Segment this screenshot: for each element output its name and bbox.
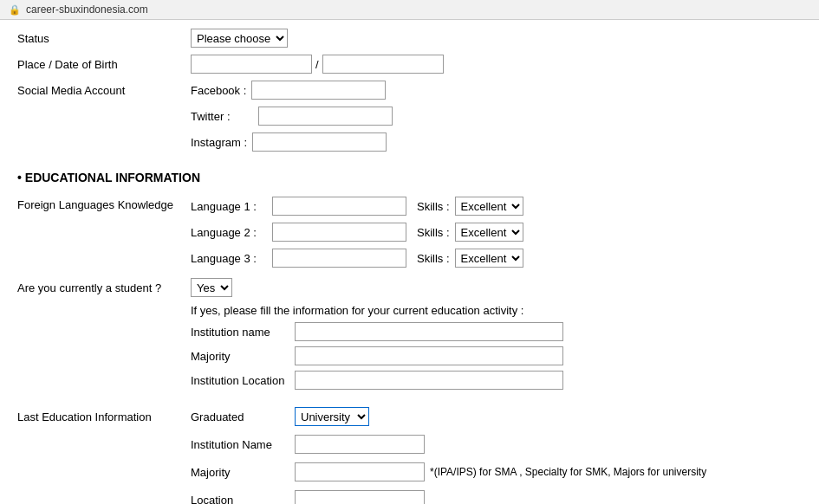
skills2-select[interactable]: Excellent Good Fair Poor xyxy=(455,223,523,242)
facebook-row: Facebook : xyxy=(191,81,393,100)
student-select[interactable]: Yes No xyxy=(191,278,232,297)
skills1-select[interactable]: Excellent Good Fair Poor xyxy=(455,197,523,216)
birth-row: Place / Date of Birth / xyxy=(17,55,802,74)
facebook-input[interactable] xyxy=(251,81,386,100)
language3-row: Language 3 : Skills : Excellent Good Fai… xyxy=(191,249,523,268)
lock-icon: 🔒 xyxy=(9,4,21,16)
birth-label: Place / Date of Birth xyxy=(17,55,191,71)
place-input[interactable] xyxy=(191,55,312,74)
location-label: Institution Location xyxy=(191,374,295,387)
social-media-label: Social Media Account xyxy=(17,81,191,97)
institution-name-row: Institution name xyxy=(191,322,563,341)
language2-label: Language 2 : xyxy=(191,226,267,239)
last-location-input[interactable] xyxy=(295,490,425,504)
languages-label: Foreign Languages Knowledge xyxy=(17,197,191,211)
skills3-label: Skills : xyxy=(417,252,450,265)
graduated-row: Graduated University Diploma SMA/SMK SMP… xyxy=(191,407,706,426)
last-edu-fields: Graduated University Diploma SMA/SMK SMP… xyxy=(191,407,706,504)
last-edu-label: Last Education Information xyxy=(17,407,191,423)
language2-row: Language 2 : Skills : Excellent Good Fai… xyxy=(191,223,523,242)
skills3-select[interactable]: Excellent Good Fair Poor xyxy=(455,249,523,268)
languages-fields: Language 1 : Skills : Excellent Good Fai… xyxy=(191,197,523,271)
date-input[interactable] xyxy=(322,55,444,74)
student-label: Are you currently a student ? xyxy=(17,278,191,294)
institution-name-label: Institution name xyxy=(191,326,295,339)
majority-row: Majority xyxy=(191,346,563,365)
skills2-label: Skills : xyxy=(417,226,450,239)
twitter-label: Twitter : xyxy=(191,110,253,123)
instagram-input[interactable] xyxy=(252,132,387,152)
social-media-row: Social Media Account Facebook : Twitter … xyxy=(17,81,802,155)
institution-name-input[interactable] xyxy=(295,322,563,341)
last-majority-input[interactable] xyxy=(295,462,425,481)
last-majority-row: Majority *(IPA/IPS) for SMA , Specialty … xyxy=(191,462,706,481)
url-text: career-sbuxindonesia.com xyxy=(26,3,148,16)
language2-input[interactable] xyxy=(272,223,406,242)
social-media-fields: Facebook : Twitter : Instagram : xyxy=(191,81,393,155)
majority-note: *(IPA/IPS) for SMA , Specialty for SMK, … xyxy=(430,466,706,478)
if-yes-spacer xyxy=(17,304,191,307)
if-yes-content: If yes, please fill the information for … xyxy=(191,304,563,395)
languages-row: Foreign Languages Knowledge Language 1 :… xyxy=(17,197,802,271)
language3-input[interactable] xyxy=(272,249,406,268)
graduated-label: Graduated xyxy=(191,410,295,423)
section-title: • EDUCATIONAL INFORMATION xyxy=(17,171,802,184)
language1-label: Language 1 : xyxy=(191,200,267,213)
instagram-label: Instagram : xyxy=(191,136,247,149)
location-input[interactable] xyxy=(295,371,563,390)
last-institution-input[interactable] xyxy=(295,435,425,454)
last-institution-label: Institution Name xyxy=(191,438,295,451)
student-select-area: Yes No xyxy=(191,278,232,297)
language3-label: Language 3 : xyxy=(191,252,267,265)
birth-separator: / xyxy=(315,58,319,71)
status-row: Status Please choose xyxy=(17,29,802,48)
last-location-row: Location xyxy=(191,490,706,504)
instagram-row: Instagram : xyxy=(191,132,393,152)
majority-input[interactable] xyxy=(295,346,563,365)
language1-row: Language 1 : Skills : Excellent Good Fai… xyxy=(191,197,523,216)
skills1-label: Skills : xyxy=(417,200,450,213)
facebook-label: Facebook : xyxy=(191,84,246,97)
status-label: Status xyxy=(17,32,191,45)
if-yes-section: If yes, please fill the information for … xyxy=(17,304,802,395)
location-row: Institution Location xyxy=(191,371,563,390)
last-institution-row: Institution Name xyxy=(191,435,706,454)
graduated-select[interactable]: University Diploma SMA/SMK SMP SD xyxy=(295,407,369,426)
status-select[interactable]: Please choose xyxy=(191,29,288,48)
if-yes-text: If yes, please fill the information for … xyxy=(191,304,563,317)
browser-bar: 🔒 career-sbuxindonesia.com xyxy=(0,0,819,20)
last-edu-row: Last Education Information Graduated Uni… xyxy=(17,407,802,504)
form-container: Status Please choose Place / Date of Bir… xyxy=(0,20,819,504)
language1-input[interactable] xyxy=(272,197,406,216)
majority-label: Majority xyxy=(191,350,295,363)
student-row: Are you currently a student ? Yes No xyxy=(17,278,802,297)
twitter-input[interactable] xyxy=(258,107,393,126)
last-location-label: Location xyxy=(191,494,295,505)
twitter-row: Twitter : xyxy=(191,107,393,126)
last-majority-label: Majority xyxy=(191,466,295,479)
